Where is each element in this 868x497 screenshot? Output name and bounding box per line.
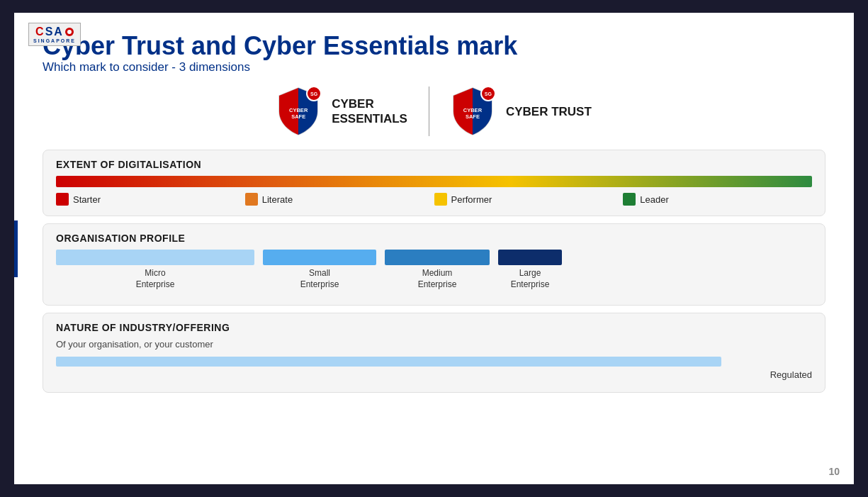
org-large-bar — [498, 250, 562, 265]
org-micro: Micro Enterprise — [56, 250, 254, 290]
page-subtitle: Which mark to consider - 3 dimensions — [43, 60, 825, 74]
org-bars-row: Micro Enterprise Small Enterprise Medium… — [56, 250, 812, 290]
org-medium: Medium Enterprise — [385, 250, 490, 290]
dim-organisation-card: ORGANISATION PROFILE Micro Enterprise Sm… — [43, 223, 825, 305]
industry-bar — [56, 357, 721, 367]
org-micro-label: Micro Enterprise — [136, 268, 175, 290]
starter-swatch — [56, 193, 69, 206]
org-small-bar — [263, 250, 376, 265]
shield-text-trust: CYBERSAFE — [463, 107, 482, 120]
csa-logo: C S A SINGAPORE — [28, 23, 81, 46]
org-small-label: Small Enterprise — [300, 268, 339, 290]
dim-industry-subtitle: Of your organisation, or your customer — [56, 339, 812, 350]
org-large: Large Enterprise — [498, 250, 562, 290]
digitalisation-bar — [56, 176, 812, 187]
leader-swatch — [623, 193, 636, 206]
org-large-label: Large Enterprise — [511, 268, 550, 290]
legend-literate: Literate — [245, 193, 434, 206]
org-small: Small Enterprise — [263, 250, 376, 290]
cyber-trust-shield: SG CYBERSAFE — [451, 86, 495, 137]
cyber-trust-label: CYBER TRUST — [506, 104, 592, 119]
cyber-essentials-mark: SG CYBERSAFE CYBERESSENTIALS — [255, 86, 429, 137]
dim-organisation-title: ORGANISATION PROFILE — [56, 233, 812, 244]
sg-badge-trust: SG — [485, 91, 492, 96]
cyber-essentials-label: CYBERESSENTIALS — [332, 96, 407, 127]
shield-text-essentials: CYBERSAFE — [289, 107, 308, 120]
legend-performer: Performer — [434, 193, 624, 206]
industry-bar-container: Regulated — [56, 357, 812, 382]
dim-industry-title: NATURE OF INDUSTRY/OFFERING — [56, 322, 812, 333]
org-medium-label: Medium Enterprise — [418, 268, 457, 290]
org-micro-bar — [56, 250, 254, 265]
logo-singapore-text: SINGAPORE — [33, 38, 76, 43]
legend-starter: Starter — [56, 193, 245, 206]
org-medium-bar — [385, 250, 490, 265]
literate-label: Literate — [262, 194, 293, 205]
page-number: 10 — [828, 466, 840, 477]
performer-swatch — [434, 193, 447, 206]
dim-digitalisation-title: EXTENT OF DIGITALISATION — [56, 159, 812, 170]
legend-leader: Leader — [623, 193, 812, 206]
starter-label: Starter — [73, 194, 101, 205]
slide: C S A SINGAPORE Cyber Trust and Cyber Es… — [14, 13, 854, 484]
performer-label: Performer — [451, 194, 492, 205]
left-accent-bar — [14, 220, 18, 277]
page-title: Cyber Trust and Cyber Essentials mark — [43, 31, 825, 60]
sg-badge-essentials: SG — [310, 91, 317, 96]
cyber-trust-mark: SG CYBERSAFE CYBER TRUST — [429, 86, 613, 137]
digitalisation-legend: Starter Literate Performer Leader — [56, 193, 812, 206]
literate-swatch — [245, 193, 258, 206]
dim-industry-card: NATURE OF INDUSTRY/OFFERING Of your orga… — [43, 313, 825, 393]
cyber-essentials-shield: SG CYBERSAFE — [276, 86, 320, 137]
marks-row: SG CYBERSAFE CYBERESSENTIALS — [43, 86, 825, 137]
leader-label: Leader — [640, 194, 668, 205]
dim-digitalisation-card: EXTENT OF DIGITALISATION Starter Literat… — [43, 150, 825, 216]
industry-regulated-label: Regulated — [770, 369, 812, 380]
